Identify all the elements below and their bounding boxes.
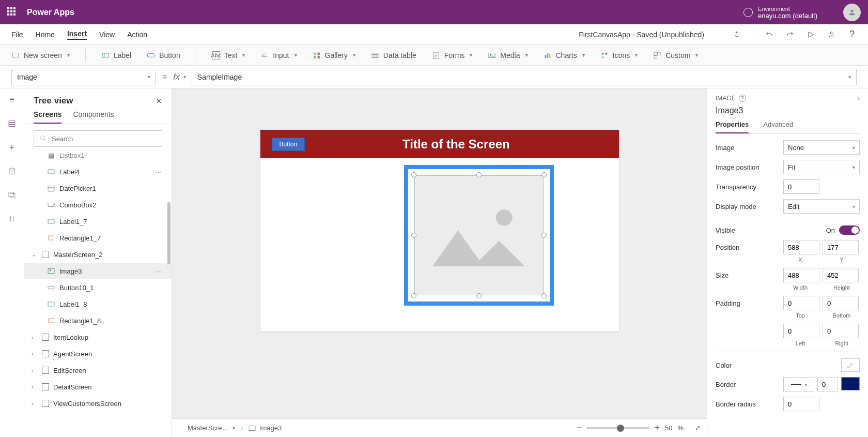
canvas-frame[interactable]: Button Title of the Screen	[260, 130, 619, 331]
color-button[interactable]	[841, 358, 860, 372]
expand-icon[interactable]: ›	[32, 401, 38, 406]
resize-handle[interactable]	[541, 233, 547, 238]
visible-toggle[interactable]	[839, 225, 860, 235]
tree-item-editscreen[interactable]: ›EditScreen	[24, 362, 172, 379]
tab-screens[interactable]: Screens	[34, 110, 61, 124]
search-input[interactable]	[52, 135, 157, 143]
image-select[interactable]: None▾	[783, 140, 860, 155]
redo-icon[interactable]	[785, 30, 795, 39]
fx-label[interactable]: fx▾	[173, 72, 185, 82]
resize-handle[interactable]	[541, 293, 547, 298]
menu-action[interactable]: Action	[127, 31, 147, 39]
app-launcher-icon[interactable]	[7, 7, 18, 18]
data-icon[interactable]	[7, 166, 17, 176]
undo-icon[interactable]	[765, 30, 774, 39]
tree-search[interactable]	[34, 130, 162, 147]
border-style-select[interactable]: ▾	[783, 377, 814, 391]
help-icon[interactable]: ?	[847, 30, 857, 39]
tab-components[interactable]: Components	[73, 110, 114, 124]
close-icon[interactable]: ✕	[156, 96, 162, 106]
tree-item-rectangle1-7[interactable]: Rectangle1_7	[24, 230, 172, 246]
expand-icon[interactable]: ›	[32, 351, 38, 357]
ribbon-input[interactable]: Input▾	[260, 51, 297, 59]
tree-item-combobox2[interactable]: ComboBox2	[24, 197, 172, 213]
resize-handle[interactable]	[476, 172, 482, 177]
padding-top-input[interactable]	[783, 296, 819, 310]
zoom-in-icon[interactable]: +	[654, 423, 660, 433]
tab-advanced[interactable]: Advanced	[763, 120, 793, 133]
more-icon[interactable]: ···	[155, 267, 162, 275]
position-x-input[interactable]	[783, 240, 819, 254]
insert-icon[interactable]: +	[7, 142, 17, 153]
user-avatar[interactable]	[843, 4, 861, 21]
resize-handle[interactable]	[411, 293, 416, 298]
expand-icon[interactable]: ›	[32, 368, 38, 373]
ribbon-custom[interactable]: Custom▾	[653, 51, 698, 59]
expand-icon[interactable]: ›	[32, 384, 38, 390]
tree-item-label1-7[interactable]: Label1_7	[24, 213, 172, 230]
ribbon-label[interactable]: Label	[101, 51, 131, 59]
padding-left-input[interactable]	[783, 324, 819, 338]
more-icon[interactable]: ···	[155, 168, 162, 176]
ribbon-text[interactable]: AbcText▾	[212, 51, 245, 59]
breadcrumb-selected[interactable]: Image3	[248, 424, 282, 432]
menu-home[interactable]: Home	[36, 31, 55, 39]
padding-right-input[interactable]	[823, 324, 859, 338]
canvas-button[interactable]: Button	[272, 138, 305, 151]
media-rail-icon[interactable]	[7, 190, 17, 200]
border-radius-input[interactable]	[783, 397, 819, 411]
tree-item-viewcustomers[interactable]: ›ViewCustomersScreen	[24, 395, 172, 412]
ribbon-media[interactable]: Media▾	[488, 51, 528, 59]
resize-handle[interactable]	[411, 172, 416, 177]
ribbon-new-screen[interactable]: New screen▾	[11, 51, 70, 59]
menu-view[interactable]: View	[99, 31, 115, 39]
property-selector[interactable]: Image▾	[11, 69, 156, 85]
environment-picker[interactable]: Environment enayu.com (default)	[743, 5, 817, 20]
fit-icon[interactable]: ⤢	[695, 424, 701, 432]
padding-bottom-input[interactable]	[823, 296, 859, 310]
display-mode-select[interactable]: Edit▾	[783, 199, 860, 214]
collapse-icon[interactable]: ⌄	[32, 252, 38, 258]
share-icon[interactable]	[827, 30, 836, 39]
hamburger-icon[interactable]: ≡	[7, 95, 17, 105]
tab-properties[interactable]: Properties	[716, 120, 749, 133]
ribbon-forms[interactable]: Forms▾	[432, 51, 473, 59]
image-position-select[interactable]: Fit▾	[783, 160, 860, 174]
tools-icon[interactable]	[7, 214, 17, 224]
app-checker-icon[interactable]	[732, 30, 741, 39]
border-width-input[interactable]	[817, 377, 838, 391]
tree-item-agentscreen[interactable]: ›AgentScreen	[24, 345, 172, 362]
scrollbar[interactable]	[167, 202, 171, 264]
width-input[interactable]	[783, 268, 819, 282]
zoom-slider[interactable]	[587, 427, 649, 429]
tree-item-masterscreen2[interactable]: ⌄MasterScreen_2	[24, 246, 172, 263]
resize-handle[interactable]	[541, 172, 547, 177]
tree-item-listbox1[interactable]: ▦Listbox1	[24, 153, 172, 163]
position-y-input[interactable]	[823, 240, 859, 254]
menu-insert[interactable]: Insert	[67, 29, 87, 40]
selected-image-control[interactable]	[404, 165, 554, 306]
expand-icon[interactable]: ›	[32, 335, 38, 340]
tree-view-icon[interactable]	[7, 118, 17, 129]
chevron-right-icon[interactable]: ›	[857, 94, 860, 103]
resize-handle[interactable]	[411, 233, 416, 238]
tree-item-label4[interactable]: Label4···	[24, 163, 172, 180]
ribbon-button[interactable]: Button	[147, 51, 180, 59]
tree-item-image3[interactable]: Image3···	[24, 263, 172, 279]
transparency-input[interactable]	[783, 179, 819, 194]
height-input[interactable]	[823, 268, 859, 282]
breadcrumb-screen[interactable]: MasterScre…▾	[178, 424, 235, 432]
tree-item-label1-8[interactable]: Label1_8	[24, 296, 172, 312]
tree-item-itemlookup[interactable]: ›ItemLookup	[24, 329, 172, 345]
menu-file[interactable]: File	[11, 31, 23, 39]
border-color-swatch[interactable]	[841, 377, 860, 390]
tree-item-button10-1[interactable]: Button10_1	[24, 279, 172, 296]
ribbon-icons[interactable]: Icons▾	[600, 51, 638, 59]
tree-item-rectangle1-8[interactable]: Rectangle1_8	[24, 312, 172, 329]
resize-handle[interactable]	[476, 293, 482, 298]
ribbon-data-table[interactable]: Data table	[371, 51, 416, 59]
formula-input[interactable]: SampleImage▾	[192, 69, 857, 85]
tree-item-datepicker1[interactable]: DatePicker1	[24, 180, 172, 197]
zoom-out-icon[interactable]: −	[577, 423, 582, 433]
ribbon-gallery[interactable]: Gallery▾	[313, 51, 355, 59]
